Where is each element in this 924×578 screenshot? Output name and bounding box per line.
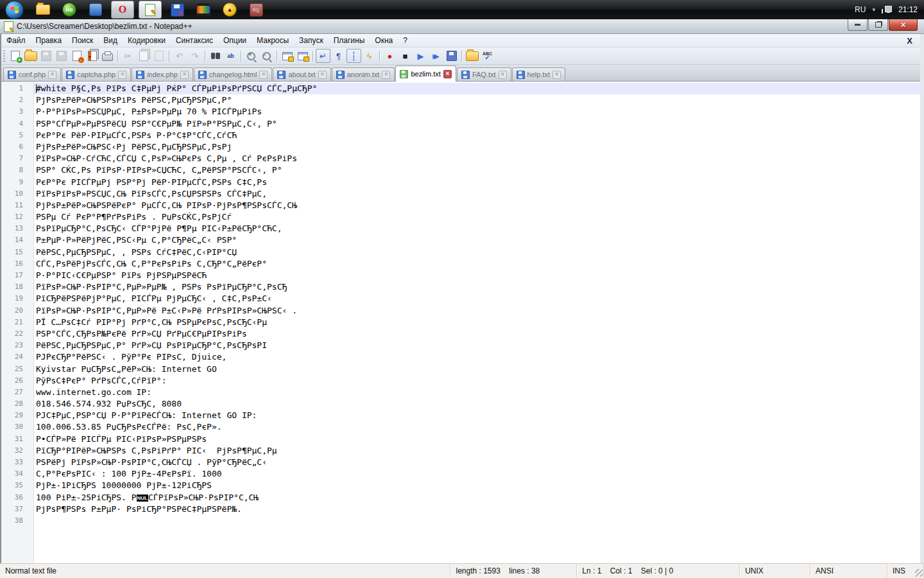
replace-button[interactable]: ab: [223, 49, 238, 63]
start-button[interactable]: [5, 1, 24, 19]
paste-button[interactable]: [151, 49, 166, 63]
status-bar: Normal text file length : 1593 lines : 3…: [0, 563, 924, 578]
line-number: 12: [1, 211, 33, 223]
menu-item-10[interactable]: Окна: [370, 34, 398, 47]
code-line-36: 100 РіР±-25РіСЂРЅ. РNULСЃРїРѕР»СЊР·РѕРІР…: [34, 492, 920, 504]
tab-close-icon[interactable]: ×: [443, 70, 452, 78]
line-number: 10: [1, 188, 33, 200]
code-line-21: РЇ С…РѕС‡Сѓ РІР°Рј РґР°С‚СЊ РЅРµРєРѕС‚Рѕ…: [34, 317, 920, 328]
open-file-button[interactable]: [23, 49, 38, 63]
spell-check-button[interactable]: ABC✓: [480, 49, 495, 63]
editor-area[interactable]: 1234567891011121314151617181920212223242…: [1, 82, 920, 563]
syntax-lightning-button[interactable]: ϟ: [362, 49, 377, 63]
cut-button[interactable]: ✂: [121, 49, 135, 63]
tab-FAQ.txt[interactable]: FAQ.txt×: [457, 67, 511, 81]
open-containing-folder-button[interactable]: [465, 49, 479, 63]
zoom-out-button[interactable]: -: [259, 49, 274, 63]
print-button[interactable]: [100, 49, 115, 63]
network-icon[interactable]: [882, 6, 892, 14]
tray-expand-icon[interactable]: ▾: [872, 6, 875, 13]
media-app-icon[interactable]: [193, 1, 214, 18]
red-app-icon[interactable]: RQ: [245, 1, 267, 18]
close-button[interactable]: -: [69, 49, 84, 63]
tab-close-icon[interactable]: ×: [48, 71, 56, 79]
tab-changelog.html[interactable]: changelog.html×: [194, 67, 273, 81]
undo-button[interactable]: ↶: [172, 49, 187, 63]
tab-close-icon[interactable]: ×: [180, 71, 189, 79]
window-title: C:\Users\Screamer\Desktop\bezlim.txt - N…: [17, 22, 192, 31]
code-line-29: РЈС‡РµС‚РЅР°СЏ Р·Р°РїРёСЃСЊ: Internet GO…: [34, 410, 920, 421]
tab-close-icon[interactable]: ×: [382, 71, 390, 79]
sync-vertical-scroll-button[interactable]: [280, 49, 295, 63]
close-document-x[interactable]: X: [907, 36, 912, 46]
tab-close-icon[interactable]: ×: [499, 71, 507, 79]
floppy-app-icon[interactable]: [166, 1, 188, 18]
minimize-button[interactable]: [848, 19, 868, 31]
explorer-icon[interactable]: [32, 1, 54, 18]
menu-item-7[interactable]: Макросы: [252, 34, 294, 47]
code-line-25: Kyivstar РџСЂРѕС„РёР»СЊ: Internet GO: [34, 363, 920, 375]
opera-icon[interactable]: O: [111, 1, 134, 19]
tab-bezlim.txt[interactable]: bezlim.txt×: [395, 66, 456, 82]
toolbar-separator: [241, 51, 241, 62]
tab-close-icon[interactable]: ×: [318, 71, 327, 79]
tab-close-icon[interactable]: ×: [118, 71, 126, 79]
status-length-info: length : 1593 lines : 38: [450, 564, 577, 578]
new-file-button[interactable]: +: [8, 49, 22, 63]
indent-guide-button[interactable]: ┆: [346, 49, 361, 63]
run-macro-multiple-button[interactable]: ▶▶: [429, 49, 443, 63]
taskbar-clock[interactable]: 21:12: [898, 5, 918, 14]
menu-item-3[interactable]: Вид: [98, 34, 123, 47]
notepadpp-icon[interactable]: ✎: [139, 1, 162, 19]
tab-conf.php[interactable]: conf.php×: [3, 67, 61, 81]
menu-bar: ФайлПравкаПоискВидКодировкиСинтаксисОпци…: [1, 34, 920, 48]
tab-about.txt[interactable]: about.txt×: [273, 67, 330, 81]
menu-item-11[interactable]: ?: [398, 34, 413, 47]
save-macro-button[interactable]: [444, 49, 459, 63]
menu-item-2[interactable]: Поиск: [67, 34, 98, 47]
tab-index.php[interactable]: index.php×: [132, 67, 193, 81]
tab-anonim.txt[interactable]: anonim.txt×: [332, 67, 395, 81]
saved-file-icon: [400, 70, 408, 78]
record-macro-button[interactable]: ●: [382, 49, 397, 63]
line-number: 29: [1, 410, 33, 421]
menu-item-6[interactable]: Опции: [218, 34, 252, 47]
show-all-characters-button[interactable]: ¶: [331, 49, 346, 63]
blue-app-icon[interactable]: [85, 1, 107, 18]
saved-file-icon: [336, 71, 345, 79]
menu-item-1[interactable]: Правка: [31, 34, 67, 47]
tab-help.txt[interactable]: help.txt×: [512, 67, 565, 81]
line-number-margin: 1234567891011121314151617181920212223242…: [1, 82, 34, 563]
line-number: 17: [1, 270, 33, 281]
sync-horizontal-scroll-button[interactable]: [295, 49, 310, 63]
tab-close-icon[interactable]: ×: [259, 71, 268, 79]
tab-captcha.php[interactable]: captcha.php×: [62, 67, 131, 81]
copy-button[interactable]: [136, 49, 151, 63]
hs-app-icon[interactable]: HS: [58, 1, 80, 18]
line-number: 20: [1, 305, 33, 317]
language-indicator[interactable]: RU: [855, 5, 866, 14]
save-all-button[interactable]: [54, 49, 69, 63]
menu-item-8[interactable]: Запуск: [294, 34, 329, 47]
menu-item-4[interactable]: Кодировки: [123, 34, 171, 47]
close-all-button[interactable]: -: [85, 49, 99, 63]
warning-app-icon[interactable]: ▲: [219, 1, 241, 18]
restore-button[interactable]: [868, 19, 888, 31]
tab-close-icon[interactable]: ×: [552, 71, 561, 79]
word-wrap-button[interactable]: ↵: [316, 49, 330, 63]
redo-button[interactable]: ↷: [187, 49, 202, 63]
toolbar-separator: [117, 51, 118, 62]
stop-macro-button[interactable]: ■: [398, 49, 413, 63]
menu-item-0[interactable]: Файл: [1, 34, 31, 47]
find-button[interactable]: [208, 49, 223, 63]
code-line-17: Р·Р°РІС‹С€РµРЅР° РїРѕ РјРЅРµРЅРёСЋ: [34, 270, 920, 281]
play-macro-button[interactable]: ▶: [413, 49, 428, 63]
status-eol-format: UNIX: [740, 564, 810, 578]
save-button[interactable]: [38, 49, 53, 63]
text-content[interactable]: #white Р§С‚Рѕ РїРѕ С‡РµРј РќР° СЃРµРіРѕР…: [34, 82, 920, 563]
close-button[interactable]: ×: [889, 19, 918, 31]
menu-item-9[interactable]: Плагины: [329, 34, 370, 47]
zoom-in-button[interactable]: +: [244, 49, 259, 63]
line-number: 36: [1, 492, 33, 504]
menu-item-5[interactable]: Синтаксис: [171, 34, 218, 47]
